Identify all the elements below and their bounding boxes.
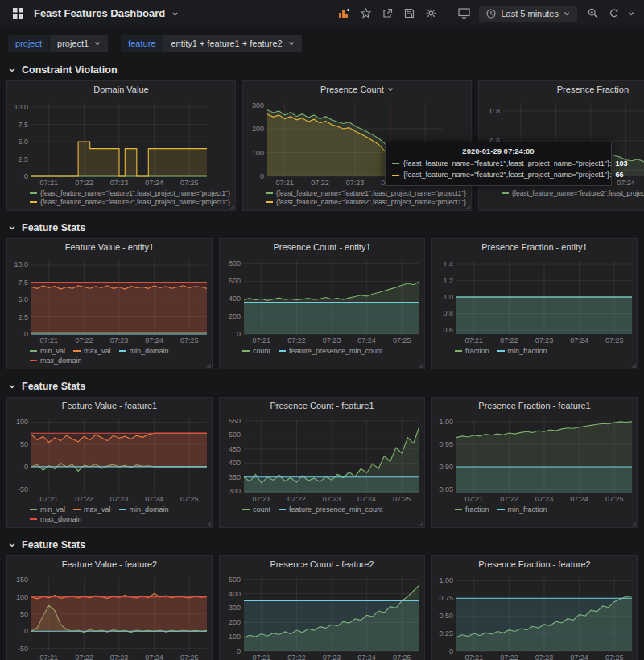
panel-resize-handle[interactable] [631, 363, 636, 368]
row-section-header[interactable]: Feature Stats [0, 217, 644, 238]
panel-resize-handle[interactable] [229, 204, 234, 209]
panel-title[interactable]: Presence Fraction - entity1 [432, 239, 637, 255]
legend-label: min_domain [130, 347, 169, 355]
svg-text:200: 200 [229, 618, 241, 626]
panel-title[interactable]: Domain Value [7, 81, 235, 97]
variable-project-label: project [8, 35, 49, 52]
svg-text:07:21: 07:21 [253, 495, 271, 503]
legend-item[interactable]: min_fraction [497, 505, 547, 514]
settings-button[interactable] [421, 4, 440, 23]
svg-text:07:24: 07:24 [357, 654, 376, 660]
legend-item[interactable]: max_domain [30, 357, 82, 365]
panel-menu-caret-icon[interactable] [387, 85, 394, 94]
svg-text:07:25: 07:25 [180, 495, 199, 503]
time-range-picker[interactable]: Last 5 minutes [479, 6, 577, 22]
legend-item[interactable]: max_val [73, 347, 111, 355]
svg-text:400: 400 [229, 295, 241, 303]
row-section-header[interactable]: Feature Stats [0, 376, 644, 397]
svg-text:07:23: 07:23 [323, 654, 341, 660]
legend-item[interactable]: {feast_feature_name="feature2",feast_pro… [502, 189, 644, 197]
panel: Presence Count - feature207:2107:2207:23… [219, 555, 425, 660]
legend-item[interactable]: count [242, 505, 270, 514]
variable-feature-value[interactable]: entity1 + feature1 + feature2 [163, 35, 301, 52]
row-section-header[interactable]: Feature Stats [0, 534, 644, 555]
panel-title[interactable]: Presence Count - feature1 [220, 398, 424, 414]
panel-title-text: Presence Fraction - feature1 [478, 401, 590, 410]
legend-item[interactable]: count [242, 347, 270, 355]
time-series-chart[interactable]: 07:2107:2207:2307:2407:2502.55.07.510.0 [7, 97, 235, 188]
legend-item[interactable]: max_domain [30, 515, 82, 523]
variable-project-value[interactable]: project1 [50, 35, 108, 52]
time-series-chart[interactable]: 07:2107:2207:2307:2407:25300350400450500… [220, 414, 424, 504]
time-series-chart[interactable]: 07:2107:2207:2307:2407:250.850.900.951.0… [432, 414, 637, 504]
panel-title[interactable]: Feature Value - feature2 [7, 556, 212, 572]
time-series-chart[interactable]: 07:2107:2207:2307:2407:2502.55.07.510.0 [7, 255, 212, 345]
time-series-chart[interactable]: 07:2107:2207:2307:2407:25-50050100150 [7, 572, 212, 660]
panel-title[interactable]: Presence Fraction - feature1 [432, 398, 637, 414]
cycle-view-mode-button[interactable] [454, 4, 473, 23]
panel-title[interactable]: Presence Fraction - feature2 [432, 556, 637, 572]
svg-text:07:23: 07:23 [110, 179, 129, 187]
save-button[interactable] [399, 4, 419, 23]
row-section-header[interactable]: Constraint Violation [0, 60, 644, 80]
dashboard-title[interactable]: Feast Features Dashboard [34, 7, 165, 19]
svg-text:07:22: 07:22 [500, 495, 518, 503]
legend-item[interactable]: {feast_feature_name="feature2",feast_pro… [266, 198, 466, 206]
grafana-logo-icon[interactable] [8, 4, 27, 23]
svg-text:07:25: 07:25 [180, 336, 199, 344]
panel-resize-handle[interactable] [206, 522, 211, 526]
legend-item[interactable]: min_domain [119, 505, 169, 514]
legend-item[interactable]: feature_presence_min_count [279, 505, 383, 514]
refresh-button[interactable] [605, 4, 624, 23]
svg-text:800: 800 [229, 259, 241, 267]
panel-title[interactable]: Feature Value - entity1 [7, 239, 212, 255]
panel-title[interactable]: Presence Fraction [479, 81, 644, 97]
dashboard-title-caret-icon[interactable] [171, 6, 179, 21]
legend-item[interactable]: max_val [73, 505, 111, 514]
panel-title[interactable]: Presence Count [243, 81, 471, 97]
panel: Feature Value - feature107:2107:2207:230… [6, 397, 213, 528]
refresh-interval-caret-icon[interactable] [626, 4, 636, 23]
legend-label: {feast_feature_name="feature1",feast_pro… [40, 189, 230, 197]
time-series-chart[interactable]: 07:2107:2207:2307:2407:25-50050100 [7, 414, 212, 504]
panel-title[interactable]: Presence Count - feature2 [220, 556, 424, 572]
legend-item[interactable]: feature_presence_min_count [279, 347, 383, 355]
time-series-chart[interactable]: 07:2107:2207:2307:2407:250200400600800 [220, 255, 424, 345]
legend-item[interactable]: min_val [30, 505, 65, 514]
share-button[interactable] [378, 4, 397, 23]
time-series-chart[interactable]: 07:2107:2207:2307:2407:25010020030040050… [220, 572, 424, 660]
panel-resize-handle[interactable] [419, 363, 423, 368]
legend: countfeature_presence_min_count [220, 504, 424, 516]
svg-text:07:23: 07:23 [110, 336, 129, 344]
svg-text:07:25: 07:25 [180, 179, 199, 187]
section-title: Feature Stats [22, 539, 85, 551]
section-collapse-icon [8, 63, 16, 77]
legend-item[interactable]: min_val [30, 347, 65, 355]
panel-title[interactable]: Presence Count - entity1 [220, 239, 424, 255]
svg-text:0.75: 0.75 [439, 594, 453, 602]
time-series-chart[interactable]: 07:2107:2207:2307:2407:250.60.81.01.21.4 [432, 255, 637, 345]
panel-title-text: Presence Count [320, 85, 384, 94]
star-button[interactable] [356, 4, 375, 23]
panel-resize-handle[interactable] [631, 522, 636, 526]
legend-item[interactable]: fraction [455, 505, 489, 514]
legend-swatch-icon [455, 350, 462, 352]
legend-item[interactable]: {feast_feature_name="feature1",feast_pro… [266, 189, 466, 197]
panel-title-text: Feature Value - entity1 [65, 242, 154, 252]
legend-item[interactable]: {feast_feature_name="feature2",feast_pro… [30, 198, 230, 206]
time-series-chart[interactable]: 07:2107:2207:2307:2407:2500.250.500.751.… [432, 572, 637, 660]
legend-item[interactable]: fraction [455, 347, 489, 355]
svg-text:1.4: 1.4 [443, 260, 453, 268]
panel-resize-handle[interactable] [465, 204, 470, 209]
panel-resize-handle[interactable] [206, 363, 211, 368]
svg-text:07:23: 07:23 [323, 495, 341, 503]
panel-title[interactable]: Feature Value - feature1 [7, 398, 212, 414]
panel-title-text: Presence Fraction [557, 85, 629, 94]
legend-item[interactable]: min_fraction [497, 347, 547, 355]
zoom-out-button[interactable] [583, 4, 602, 23]
panel-resize-handle[interactable] [419, 522, 423, 526]
legend-item[interactable]: min_domain [119, 347, 169, 355]
svg-text:350: 350 [229, 473, 241, 481]
add-panel-button[interactable] [334, 4, 353, 23]
legend-item[interactable]: {feast_feature_name="feature1",feast_pro… [30, 189, 230, 197]
